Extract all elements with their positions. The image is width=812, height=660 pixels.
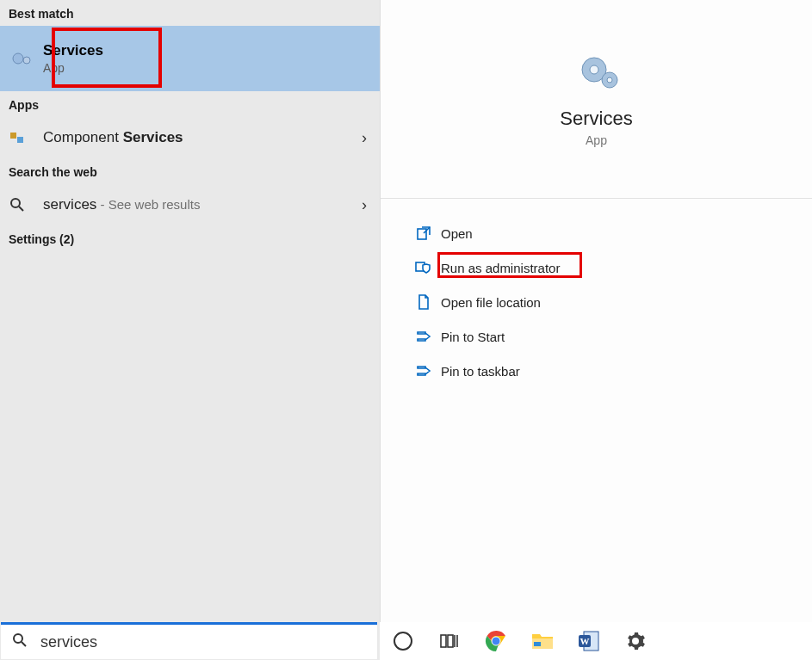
result-best-match-services[interactable]: Services App xyxy=(0,26,380,91)
svg-point-4 xyxy=(11,199,20,207)
preview-panel: Services App Open Run as a xyxy=(380,0,812,660)
file-explorer-icon[interactable] xyxy=(530,628,555,654)
taskbar: W xyxy=(380,622,812,660)
svg-point-1 xyxy=(23,57,30,64)
svg-rect-12 xyxy=(418,229,426,239)
svg-text:W: W xyxy=(580,636,590,646)
search-icon xyxy=(9,196,43,213)
preview-subtitle: App xyxy=(586,133,607,147)
svg-rect-22 xyxy=(534,642,541,646)
chevron-right-icon[interactable]: › xyxy=(349,129,380,147)
search-input[interactable] xyxy=(39,632,377,652)
search-icon xyxy=(1,632,39,653)
action-pin-to-taskbar[interactable]: Pin to taskbar xyxy=(381,354,812,388)
search-bar[interactable] xyxy=(1,622,377,659)
services-app-icon xyxy=(0,49,43,68)
action-label: Open xyxy=(441,226,473,241)
section-best-match: Best match xyxy=(0,0,380,26)
pin-icon xyxy=(406,364,441,378)
result-subtitle: App xyxy=(43,61,103,75)
cortana-icon[interactable] xyxy=(390,628,416,654)
open-icon xyxy=(406,225,441,241)
svg-point-9 xyxy=(590,65,598,74)
svg-rect-3 xyxy=(17,137,23,143)
services-large-icon xyxy=(575,51,618,94)
svg-rect-2 xyxy=(10,133,16,139)
result-web-services[interactable]: services - See web results › xyxy=(0,184,380,225)
section-search-web: Search the web xyxy=(0,158,380,184)
svg-point-11 xyxy=(607,77,612,83)
pin-icon xyxy=(406,330,441,343)
svg-line-5 xyxy=(19,207,23,211)
shield-icon xyxy=(406,260,441,275)
action-label: Pin to taskbar xyxy=(441,364,520,379)
word-icon[interactable]: W xyxy=(576,628,602,654)
task-view-icon[interactable] xyxy=(437,628,462,654)
action-pin-to-start[interactable]: Pin to Start xyxy=(381,319,812,354)
section-settings[interactable]: Settings (2) xyxy=(0,225,380,251)
search-results-panel: Best match Services App Apps xyxy=(0,0,380,660)
chrome-icon[interactable] xyxy=(483,628,509,654)
result-title: Services xyxy=(43,42,103,59)
result-label: services - See web results xyxy=(43,196,349,213)
svg-point-26 xyxy=(633,638,638,644)
file-location-icon xyxy=(406,294,441,310)
chevron-right-icon[interactable]: › xyxy=(349,196,380,214)
component-services-icon xyxy=(9,129,43,146)
svg-point-0 xyxy=(13,53,23,64)
settings-gear-icon[interactable] xyxy=(623,628,648,654)
svg-line-7 xyxy=(22,642,26,646)
section-apps: Apps xyxy=(0,91,380,117)
svg-point-6 xyxy=(14,634,22,643)
result-label: Component Services xyxy=(43,129,349,146)
action-label: Run as administrator xyxy=(441,261,560,275)
svg-rect-14 xyxy=(441,635,446,647)
action-label: Pin to Start xyxy=(441,330,505,344)
svg-rect-15 xyxy=(448,635,453,647)
action-open-file-location[interactable]: Open file location xyxy=(381,285,812,319)
preview-title: Services xyxy=(560,108,632,130)
action-run-as-administrator[interactable]: Run as administrator xyxy=(381,250,812,285)
action-open[interactable]: Open xyxy=(381,216,812,250)
action-label: Open file location xyxy=(441,295,541,310)
result-component-services[interactable]: Component Services › xyxy=(0,117,380,158)
